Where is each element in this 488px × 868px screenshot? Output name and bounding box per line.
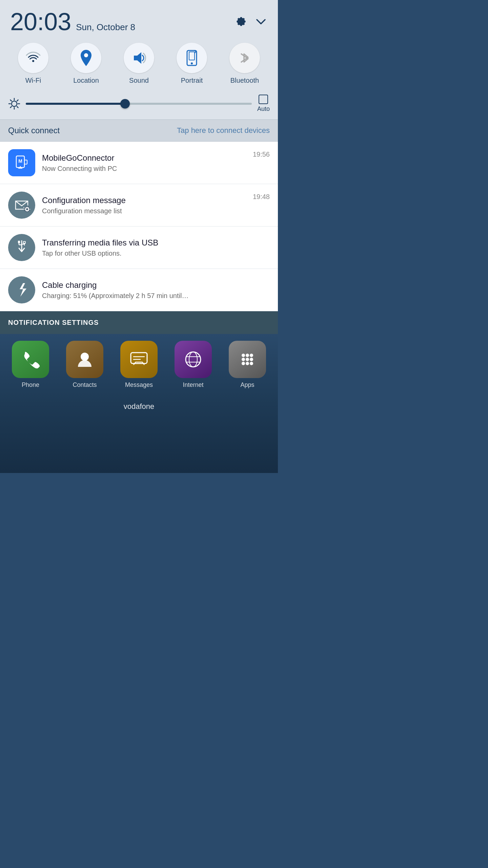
notification-item[interactable]: Transferring media files via USB Tap for… [0, 226, 278, 269]
notif-title: Transferring media files via USB [42, 238, 263, 248]
carrier-text: vodafone [0, 399, 278, 418]
chevron-down-icon [254, 15, 268, 28]
notif-icon-usb [8, 234, 35, 261]
notif-icon-config [8, 192, 35, 219]
wifi-label: Wi-Fi [25, 77, 41, 84]
clock-date: Sun, October 8 [76, 22, 135, 33]
messages-icon [129, 349, 149, 370]
internet-label: Internet [183, 381, 203, 389]
dock-app-apps[interactable]: Apps [229, 341, 266, 389]
auto-label: Auto [257, 105, 270, 113]
notif-subtitle: Tap for other USB options. [42, 250, 263, 257]
settings-button[interactable] [232, 14, 247, 29]
notif-subtitle: Charging: 51% (Approximately 2 h 57 min … [42, 292, 263, 300]
svg-point-0 [84, 53, 88, 57]
notif-subtitle: Now Connecting with PC [42, 165, 246, 173]
bluetooth-icon [239, 49, 251, 67]
bluetooth-label: Bluetooth [230, 77, 259, 84]
notifications-list: M MobileGoConnector Now Connecting with … [0, 141, 278, 311]
portrait-label: Portrait [181, 77, 203, 84]
dock-app-internet[interactable]: Internet [175, 341, 212, 389]
svg-point-35 [81, 353, 89, 361]
notification-settings-bar[interactable]: NOTIFICATION SETTINGS [0, 311, 278, 334]
svg-point-47 [242, 362, 245, 365]
sound-label: Sound [129, 77, 149, 84]
dock-app-contacts[interactable]: Contacts [66, 341, 103, 389]
toggle-bluetooth[interactable]: Bluetooth [229, 43, 260, 84]
svg-point-38 [189, 352, 197, 367]
svg-point-5 [12, 101, 17, 106]
notification-panel: 20:03 Sun, October 8 [0, 0, 278, 334]
toggle-sound[interactable]: Sound [124, 43, 154, 84]
toggle-wifi[interactable]: Wi-Fi [18, 43, 48, 84]
portrait-icon [184, 49, 199, 67]
notif-icon-charging [8, 276, 35, 303]
svg-point-42 [246, 354, 249, 357]
apps-grid-icon [237, 349, 258, 370]
clock-time: 20:03 [10, 9, 71, 34]
svg-point-43 [250, 354, 253, 357]
location-label: Location [73, 77, 99, 84]
svg-point-49 [250, 362, 253, 365]
quick-connect-title: Quick connect [8, 126, 60, 135]
notif-title: Configuration message [42, 196, 246, 205]
notif-icon-mobilego: M [8, 149, 35, 176]
svg-point-45 [246, 358, 249, 361]
gear-icon [232, 14, 247, 29]
svg-line-12 [11, 106, 12, 108]
svg-marker-1 [134, 52, 141, 64]
notification-settings-label: NOTIFICATION SETTINGS [8, 319, 99, 326]
contacts-icon [75, 349, 95, 370]
contacts-label: Contacts [73, 381, 97, 389]
notification-item[interactable]: Cable charging Charging: 51% (Approximat… [0, 269, 278, 311]
phone-icon [20, 349, 41, 370]
internet-icon [183, 349, 203, 370]
messages-label: Messages [125, 381, 153, 389]
notif-title: Cable charging [42, 280, 263, 290]
svg-point-44 [242, 358, 245, 361]
expand-button[interactable] [254, 15, 268, 28]
svg-point-34 [12, 280, 32, 300]
svg-line-10 [11, 100, 12, 101]
svg-point-37 [186, 352, 201, 367]
quick-connect-tap: Tap here to connect devices [177, 126, 270, 135]
svg-point-4 [191, 62, 193, 64]
svg-point-22 [12, 195, 32, 215]
quick-connect-bar[interactable]: Quick connect Tap here to connect device… [0, 119, 278, 141]
notif-title: MobileGoConnector [42, 153, 246, 163]
svg-point-48 [246, 362, 249, 365]
auto-brightness-toggle[interactable]: Auto [257, 95, 270, 113]
quick-toggles-row: Wi-Fi Location Sound [0, 39, 278, 91]
location-icon [78, 49, 94, 67]
home-screen-bg: Phone Contacts Messages [0, 334, 278, 473]
notif-time: 19:56 [253, 149, 270, 158]
apps-label: Apps [240, 381, 254, 389]
status-bar-header: 20:03 Sun, October 8 [0, 0, 278, 39]
toggle-location[interactable]: Location [71, 43, 101, 84]
svg-rect-3 [189, 52, 195, 60]
sound-icon [130, 50, 147, 66]
notif-time: 19:48 [253, 192, 270, 201]
toggle-portrait[interactable]: Portrait [177, 43, 207, 84]
wifi-icon [25, 50, 41, 66]
brightness-row: Auto [0, 91, 278, 119]
svg-point-41 [242, 354, 245, 357]
app-dock: Phone Contacts Messages [0, 334, 278, 399]
svg-rect-32 [18, 241, 20, 243]
phone-label: Phone [22, 381, 39, 389]
brightness-icon [8, 98, 20, 110]
dock-app-phone[interactable]: Phone [12, 341, 49, 389]
svg-point-46 [250, 358, 253, 361]
brightness-slider[interactable] [26, 99, 252, 109]
notif-subtitle: Configuration message list [42, 207, 246, 215]
dock-app-messages[interactable]: Messages [120, 341, 158, 389]
svg-line-11 [17, 106, 18, 108]
svg-text:M: M [18, 158, 22, 164]
notification-item[interactable]: Configuration message Configuration mess… [0, 184, 278, 226]
svg-line-13 [17, 100, 18, 101]
notification-item[interactable]: M MobileGoConnector Now Connecting with … [0, 142, 278, 184]
